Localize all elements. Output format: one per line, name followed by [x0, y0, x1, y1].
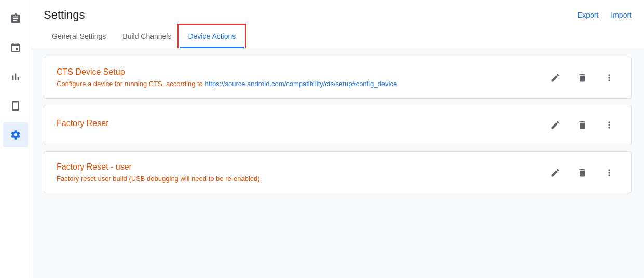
card-cts-title: CTS Device Setup [57, 67, 546, 77]
sidebar-item-settings[interactable] [3, 122, 28, 147]
sidebar-item-analytics[interactable] [3, 64, 28, 89]
edit-fru-button[interactable] [546, 163, 565, 182]
card-fr-content: Factory Reset [57, 119, 546, 131]
delete-icon [577, 120, 587, 130]
card-fr-actions [546, 116, 619, 134]
card-cts-desc: Configure a device for running CTS, acco… [57, 80, 546, 88]
page-title: Settings [44, 8, 85, 22]
analytics-icon [10, 71, 21, 82]
main-content: Settings Export Import General Settings … [31, 0, 644, 278]
card-cts-suffix: . [397, 80, 399, 88]
tabs-bar: General Settings Build Channels Device A… [31, 26, 644, 48]
more-vert-icon [604, 168, 614, 178]
edit-icon [550, 168, 560, 178]
card-fru-actions [546, 163, 619, 182]
card-cts-desc-text: Configure a device for running CTS, acco… [57, 80, 204, 88]
delete-icon [577, 73, 587, 83]
more-vert-icon [604, 120, 614, 130]
edit-icon [550, 73, 560, 83]
more-fr-button[interactable] [600, 116, 619, 134]
delete-cts-button[interactable] [573, 68, 592, 87]
delete-icon [577, 168, 587, 178]
device-icon [10, 100, 21, 112]
card-cts-actions [546, 68, 619, 87]
card-fr-title: Factory Reset [57, 119, 546, 128]
card-fru-desc-text: Factory reset user build (USB debugging … [57, 175, 262, 183]
card-cts-content: CTS Device Setup Configure a device for … [57, 67, 546, 88]
edit-icon [550, 120, 560, 130]
tasks-icon [10, 13, 21, 24]
card-fru-title: Factory Reset - user [57, 162, 546, 172]
delete-fr-button[interactable] [573, 116, 592, 134]
content-area: CTS Device Setup Configure a device for … [31, 48, 644, 278]
card-factory-reset: Factory Reset [44, 105, 632, 145]
tab-device-actions[interactable]: Device Actions [180, 26, 244, 48]
edit-cts-button[interactable] [546, 68, 565, 87]
edit-fr-button[interactable] [546, 116, 565, 134]
tab-build-channels[interactable]: Build Channels [114, 26, 180, 48]
header-actions: Export Import [578, 11, 632, 19]
sidebar-item-tasks[interactable] [3, 6, 28, 31]
export-button[interactable]: Export [578, 11, 598, 19]
card-cts-link[interactable]: https://source.android.com/compatibility… [204, 80, 397, 88]
sidebar-item-calendar[interactable] [3, 35, 28, 60]
settings-icon [10, 129, 21, 141]
sidebar [0, 0, 31, 278]
more-cts-button[interactable] [600, 68, 619, 87]
header: Settings Export Import [31, 0, 644, 22]
card-fru-content: Factory Reset - user Factory reset user … [57, 162, 546, 183]
card-cts-device-setup: CTS Device Setup Configure a device for … [44, 57, 632, 99]
more-fru-button[interactable] [600, 163, 619, 182]
more-vert-icon [604, 73, 614, 83]
calendar-icon [10, 42, 21, 53]
tab-general-settings[interactable]: General Settings [44, 26, 114, 48]
sidebar-item-device[interactable] [3, 93, 28, 118]
card-factory-reset-user: Factory Reset - user Factory reset user … [44, 151, 632, 193]
import-button[interactable]: Import [611, 11, 632, 19]
delete-fru-button[interactable] [573, 163, 592, 182]
card-fru-desc: Factory reset user build (USB debugging … [57, 175, 546, 183]
